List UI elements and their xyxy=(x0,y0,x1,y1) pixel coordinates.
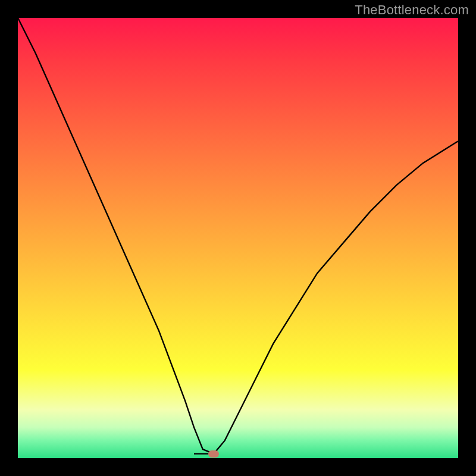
plot-area xyxy=(18,18,458,458)
watermark-text: TheBottleneck.com xyxy=(355,2,469,18)
bottleneck-curve xyxy=(18,18,458,458)
curve-path xyxy=(18,18,458,454)
chart-frame: TheBottleneck.com xyxy=(0,0,476,476)
minimum-marker xyxy=(208,450,219,458)
